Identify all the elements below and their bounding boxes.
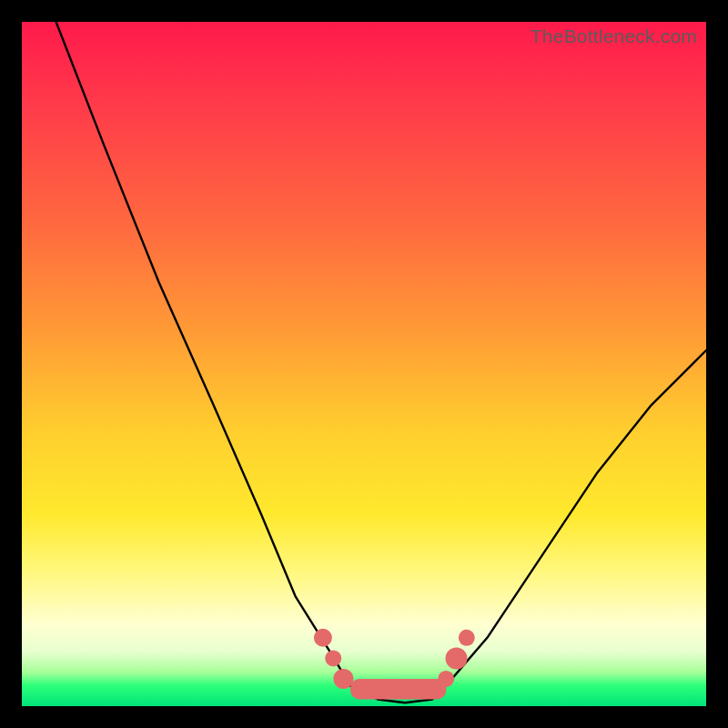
curve-left-branch xyxy=(56,22,350,685)
chart-stage: TheBottleneck.com xyxy=(0,0,728,728)
curve-right-branch xyxy=(446,350,706,685)
chart-svg xyxy=(22,22,706,706)
valley-marker xyxy=(446,647,468,669)
curve-lines xyxy=(56,22,706,703)
valley-marker xyxy=(333,669,353,689)
valley-marker xyxy=(314,629,332,647)
valley-pill xyxy=(350,679,446,700)
valley-marker xyxy=(459,630,475,646)
valley-marker xyxy=(325,650,341,666)
chart-plot-area: TheBottleneck.com xyxy=(22,22,706,706)
